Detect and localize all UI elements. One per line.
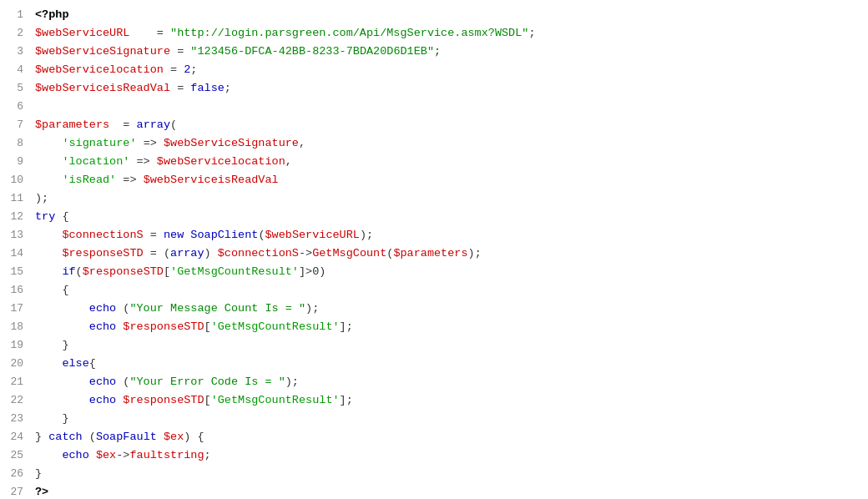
code-line: 13 $connectionS = new SoapClient($webSer…: [0, 227, 868, 245]
line-number: 16: [0, 282, 23, 299]
line-content: echo $ex->faultstring;: [35, 447, 858, 465]
token-var: $parameters: [35, 118, 109, 131]
line-content: else{: [35, 355, 858, 373]
token-plain: [: [204, 320, 211, 333]
line-number: 22: [0, 392, 23, 409]
token-plain: [35, 265, 62, 278]
code-line: 20 else{: [0, 355, 868, 374]
token-plain: ): [204, 247, 218, 260]
token-str: "Your Message Count Is = ": [129, 302, 305, 315]
token-kw-php: <?php: [35, 8, 69, 21]
token-var: $connectionS: [62, 229, 143, 241]
token-plain: [35, 137, 62, 149]
token-class-name: SoapFault: [96, 431, 157, 443]
token-var: $webServiceSignature: [35, 45, 170, 58]
token-plain: =: [170, 45, 190, 58]
token-kw: if: [62, 265, 75, 278]
token-arr-key: 'GetMsgCountResult': [211, 394, 340, 406]
token-var: $webServiceURL: [265, 229, 359, 241]
token-plain: =>: [129, 155, 156, 168]
token-plain: (: [76, 265, 83, 278]
code-line: 24} catch (SoapFault $ex) {: [0, 429, 868, 447]
token-var: $webServiceURL: [35, 27, 129, 39]
token-var: $ex: [96, 449, 116, 461]
line-content: $webServiceisReadVal = false;: [35, 80, 858, 98]
token-str: "http://login.parsgreen.com/Api/MsgServi…: [170, 27, 528, 39]
code-line: 4$webServicelocation = 2;: [0, 62, 868, 80]
line-number: 21: [0, 374, 23, 391]
code-line: 14 $responseSTD = (array) $connectionS->…: [0, 245, 868, 264]
line-number: 3: [0, 43, 23, 60]
token-plain: =: [129, 27, 170, 39]
code-line: 18 echo $responseSTD['GetMsgCountResult'…: [0, 319, 868, 337]
token-class-name: SoapClient: [190, 229, 258, 241]
token-plain: (: [116, 302, 129, 315]
token-var: $connectionS: [218, 247, 299, 260]
token-plain: =: [109, 118, 136, 131]
token-kw: echo: [89, 394, 116, 406]
token-kw-php: ?>: [35, 486, 48, 498]
code-line: 8 'signature' => $webServiceSignature,: [0, 135, 868, 154]
token-plain: [35, 174, 62, 186]
token-str: "Your Error Code Is = ": [129, 376, 285, 388]
line-content: ?>: [35, 484, 858, 499]
line-content: );: [35, 190, 858, 208]
line-content: echo ("Your Message Count Is = ");: [35, 300, 858, 318]
token-plain: [35, 376, 89, 388]
code-line: 25 echo $ex->faultstring;: [0, 447, 868, 466]
token-arr-key: 'location': [62, 155, 129, 168]
code-line: 7$parameters = array(: [0, 117, 868, 135]
token-plain: ,: [285, 155, 292, 168]
line-content: echo ("Your Error Code Is = ");: [35, 374, 858, 391]
code-line: 3$webServiceSignature = "123456-DFCA-42B…: [0, 43, 868, 62]
code-line: 1<?php: [0, 7, 868, 25]
code-line: 26}: [0, 466, 868, 484]
token-var: $webServiceisReadVal: [144, 174, 279, 186]
line-number: 25: [0, 447, 23, 464]
token-plain: ,: [299, 137, 305, 149]
token-plain: = (: [144, 247, 170, 260]
token-plain: [35, 320, 89, 333]
token-arr-key: 'GetMsgCountResult': [170, 265, 299, 278]
line-number: 7: [0, 117, 23, 134]
token-method: faultstring: [129, 449, 204, 461]
token-plain: [: [164, 265, 170, 278]
token-kw: echo: [62, 449, 88, 461]
token-plain: ->: [116, 449, 129, 461]
line-content: echo $responseSTD['GetMsgCountResult'];: [35, 319, 858, 336]
token-plain: [157, 431, 164, 443]
line-number: 20: [0, 355, 23, 372]
token-plain: {: [55, 210, 68, 223]
token-plain: {: [89, 357, 96, 370]
token-method: GetMsgCount: [312, 247, 386, 260]
token-plain: [35, 229, 62, 241]
line-content: }: [35, 337, 858, 355]
token-plain: ->: [299, 247, 312, 260]
code-line: 10 'isRead' => $webServiceisReadVal: [0, 172, 868, 190]
token-var: $responseSTD: [123, 320, 204, 333]
token-plain: [: [204, 394, 211, 406]
line-number: 26: [0, 466, 23, 482]
line-number: 2: [0, 25, 23, 42]
line-content: {: [35, 282, 858, 300]
line-content: $webServiceURL = "http://login.parsgreen…: [35, 25, 858, 43]
line-content: $parameters = array(: [35, 117, 858, 134]
token-plain: [35, 357, 62, 370]
code-line: 12try {: [0, 209, 868, 227]
token-plain: =: [164, 63, 184, 76]
line-number: 18: [0, 319, 23, 335]
line-number: 23: [0, 411, 23, 427]
line-content: }: [35, 466, 858, 483]
line-content: 'signature' => $webServiceSignature,: [35, 135, 858, 153]
line-content: 'location' => $webServicelocation,: [35, 154, 858, 171]
token-kw: catch: [48, 431, 83, 443]
code-line: 6: [0, 98, 868, 117]
line-content: $connectionS = new SoapClient($webServic…: [35, 227, 858, 244]
line-content: 'isRead' => $webServiceisReadVal: [35, 172, 858, 189]
code-line: 27?>: [0, 484, 868, 499]
line-content: if($responseSTD['GetMsgCountResult']>0): [35, 264, 858, 281]
token-plain: ;: [528, 27, 535, 39]
token-kw: echo: [89, 376, 116, 388]
code-line: 22 echo $responseSTD['GetMsgCountResult'…: [0, 392, 868, 411]
token-plain: [89, 449, 96, 461]
